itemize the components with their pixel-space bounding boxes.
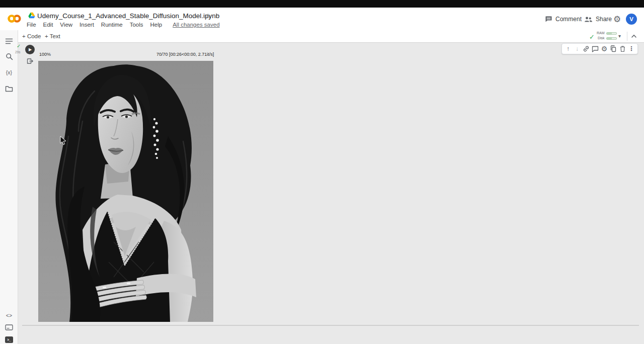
more-actions-icon[interactable]: ⋮ bbox=[627, 45, 635, 53]
ram-label: RAM bbox=[597, 31, 605, 35]
disk-label: Disk bbox=[598, 36, 605, 40]
share-label: Share bbox=[596, 16, 612, 23]
cell-settings-gear-icon[interactable]: ⚙ bbox=[600, 45, 608, 53]
cell-execution-time: 29s bbox=[15, 50, 20, 54]
cell-output-expand-icon[interactable] bbox=[26, 57, 34, 65]
toolbar-divider bbox=[627, 32, 627, 41]
avatar[interactable]: V bbox=[626, 14, 637, 25]
menu-file[interactable]: File bbox=[27, 22, 36, 28]
menu-runtime[interactable]: Runtime bbox=[101, 22, 123, 28]
settings-gear-icon[interactable]: ⚙ bbox=[613, 14, 621, 25]
resources-caret-down-icon[interactable]: ▾ bbox=[618, 33, 621, 39]
comment-label: Comment bbox=[555, 16, 582, 23]
ram-meter bbox=[606, 32, 617, 35]
add-comment-icon[interactable] bbox=[591, 45, 599, 53]
comment-icon bbox=[545, 16, 552, 23]
run-cell-button[interactable]: ▶ bbox=[25, 45, 35, 54]
terminal-icon[interactable]: >_ bbox=[5, 335, 14, 344]
delete-cell-trash-icon[interactable] bbox=[618, 45, 626, 53]
command-palette-icon[interactable] bbox=[5, 323, 14, 332]
menu-insert[interactable]: Insert bbox=[79, 22, 94, 28]
progress-percent: 100% bbox=[39, 52, 51, 57]
generated-portrait-image bbox=[38, 61, 213, 322]
share-button[interactable]: Share bbox=[584, 16, 612, 23]
code-snippets-icon[interactable]: <> bbox=[5, 311, 14, 320]
menu-help[interactable]: Help bbox=[150, 22, 163, 28]
move-cell-up-icon[interactable]: ↑ bbox=[564, 45, 572, 53]
notebook-toolbar bbox=[18, 30, 644, 43]
progress-status: 70/70 [00:26<00:00, 2.71it/s] bbox=[156, 52, 214, 57]
colab-logo-icon[interactable] bbox=[8, 14, 21, 24]
comment-button[interactable]: Comment bbox=[545, 16, 582, 23]
resource-monitor[interactable]: RAM Disk bbox=[597, 31, 617, 40]
move-cell-down-icon[interactable]: ↓ bbox=[573, 45, 581, 53]
add-code-button[interactable]: + Code bbox=[22, 33, 41, 39]
menu-tools[interactable]: Tools bbox=[130, 22, 143, 28]
menubar: File Edit View Insert Runtime Tools Help… bbox=[27, 22, 220, 28]
table-of-contents-icon[interactable] bbox=[5, 37, 14, 46]
files-folder-icon[interactable] bbox=[5, 84, 14, 93]
copy-cell-icon[interactable] bbox=[609, 45, 617, 53]
play-icon: ▶ bbox=[29, 47, 32, 52]
cell-bottom-border bbox=[22, 325, 639, 326]
runtime-connected-check-icon[interactable]: ✓ bbox=[589, 33, 595, 41]
menu-edit[interactable]: Edit bbox=[43, 22, 53, 28]
add-text-button[interactable]: + Text bbox=[45, 33, 60, 39]
menu-view[interactable]: View bbox=[60, 22, 72, 28]
drive-icon bbox=[28, 12, 35, 19]
star-icon[interactable]: ☆ bbox=[205, 12, 211, 20]
cell-toolbar: ↑ ↓ ⚙ ⋮ bbox=[561, 43, 638, 54]
variables-icon[interactable]: {x} bbox=[5, 68, 14, 77]
letterbox-bar bbox=[0, 0, 644, 8]
app-header: Udemy_Course_1_Advanced_Stable_Diffusion… bbox=[0, 8, 644, 30]
collapse-header-chevron-icon[interactable] bbox=[630, 33, 637, 39]
search-icon[interactable] bbox=[5, 52, 14, 61]
copy-link-icon[interactable] bbox=[582, 45, 590, 53]
disk-meter bbox=[606, 37, 617, 40]
save-status-link[interactable]: All changes saved bbox=[173, 22, 219, 28]
left-sidebar-rail: {x} <> >_ bbox=[0, 30, 18, 344]
share-icon bbox=[584, 16, 593, 23]
cell-executed-check-icon: ✓ bbox=[17, 43, 21, 49]
notebook-title[interactable]: Udemy_Course_1_Advanced_Stable_Diffusion… bbox=[37, 12, 219, 20]
mouse-cursor bbox=[60, 136, 66, 145]
